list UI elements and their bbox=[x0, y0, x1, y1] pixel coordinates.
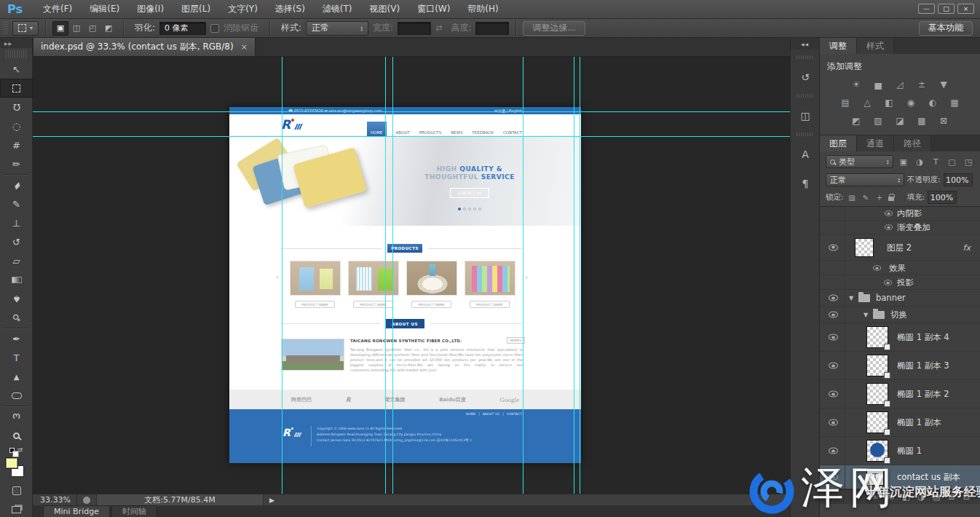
posterize-icon[interactable]: ▨ bbox=[869, 114, 888, 127]
swap-dimensions-icon[interactable]: ⇄ bbox=[435, 23, 442, 33]
layer-filter-type-select[interactable]: 类型 ▴▾ bbox=[826, 155, 893, 168]
dodge-tool[interactable]: ♀ bbox=[0, 308, 33, 327]
menu-type[interactable]: 文字(Y) bbox=[219, 0, 266, 18]
gradient-map-icon[interactable]: ▩ bbox=[912, 114, 931, 127]
toolbar-collapse-icon[interactable]: ▶▶ bbox=[0, 38, 32, 48]
tab-adjustments[interactable]: 调整 bbox=[820, 38, 857, 54]
brush-tool[interactable]: ✎ bbox=[0, 194, 33, 213]
document-tab[interactable]: index.psd @ 33.3% (contact us 副本, RGB/8)… bbox=[33, 38, 256, 56]
guide-vertical[interactable] bbox=[523, 57, 523, 494]
style-select[interactable]: 正常 ▴▾ bbox=[306, 21, 368, 36]
layer-group-row-switch[interactable]: ▼ 切换 bbox=[820, 307, 980, 323]
menu-filter[interactable]: 滤镜(T) bbox=[314, 0, 361, 18]
visibility-eye-icon[interactable] bbox=[885, 224, 893, 230]
layer-row-ellipse-copy3[interactable]: 椭圆 1 副本 3 bbox=[820, 352, 980, 380]
blur-tool[interactable]: ♠ bbox=[0, 289, 33, 308]
layer-effects-header-row[interactable]: 效果 bbox=[820, 261, 980, 275]
shape-tool[interactable] bbox=[0, 386, 33, 405]
canvas-workspace[interactable]: ☎ 0512-82707626 ✉ sara.wu@rongwengroup.c… bbox=[33, 57, 790, 494]
subtract-from-selection-button[interactable]: ◰ bbox=[84, 21, 100, 36]
brightness-contrast-icon[interactable]: ☀ bbox=[847, 77, 866, 91]
fx-badge[interactable]: fx bbox=[963, 242, 971, 252]
lasso-tool[interactable]: Ω bbox=[0, 98, 33, 117]
workspace-button[interactable]: 基本功能 bbox=[919, 21, 973, 36]
menu-view[interactable]: 视图(V) bbox=[361, 0, 409, 18]
layer-effect-row-gradient-overlay[interactable]: 渐变叠加 bbox=[820, 221, 980, 234]
tab-mini-bridge[interactable]: Mini Bridge bbox=[43, 505, 110, 517]
menu-file[interactable]: 文件(F) bbox=[34, 0, 81, 18]
eraser-tool[interactable]: ▱ bbox=[0, 251, 33, 270]
fill-value[interactable]: 100% bbox=[928, 191, 957, 204]
menu-select[interactable]: 选择(S) bbox=[266, 0, 314, 18]
screen-mode-button[interactable] bbox=[0, 500, 33, 517]
guide-vertical[interactable] bbox=[574, 57, 574, 494]
layer-effect-row-inner-shadow[interactable]: 内阴影 bbox=[820, 207, 980, 221]
zoom-tool[interactable] bbox=[0, 426, 33, 445]
layer-thumbnail[interactable] bbox=[866, 383, 888, 405]
filter-type-layers-icon[interactable]: T bbox=[930, 157, 941, 167]
paragraph-panel-icon[interactable]: ¶ bbox=[791, 173, 820, 194]
group-expand-caret[interactable]: ▼ bbox=[849, 295, 853, 301]
selective-color-icon[interactable]: ⊠ bbox=[934, 114, 953, 127]
refine-edge-button[interactable]: 调整边缘... bbox=[523, 21, 585, 36]
color-balance-icon[interactable]: △ bbox=[858, 95, 877, 109]
close-button[interactable]: × bbox=[957, 4, 974, 14]
panel-collapse-icon[interactable]: ◀◀ bbox=[791, 38, 819, 50]
pen-tool[interactable]: ✒ bbox=[0, 329, 33, 348]
status-menu-arrow-icon[interactable]: ▶ bbox=[269, 497, 274, 504]
character-panel-icon[interactable]: A bbox=[791, 143, 820, 165]
visibility-eye-icon[interactable] bbox=[829, 391, 838, 398]
layer-row-ellipse-copy[interactable]: 椭圆 1 副本 bbox=[820, 409, 980, 437]
color-lookup-icon[interactable]: ▦ bbox=[945, 95, 964, 109]
layer-thumbnail[interactable] bbox=[866, 411, 888, 433]
photo-filter-icon[interactable]: ◉ bbox=[901, 95, 920, 109]
filter-smart-objects-icon[interactable]: ◳ bbox=[963, 157, 974, 167]
rectangular-marquee-tool[interactable] bbox=[0, 79, 33, 98]
lock-all-icon[interactable] bbox=[888, 197, 894, 201]
guide-horizontal[interactable] bbox=[33, 136, 790, 137]
visibility-eye-icon[interactable] bbox=[829, 295, 838, 301]
curves-icon[interactable]: ◿ bbox=[890, 77, 909, 91]
tab-layers[interactable]: 图层 bbox=[820, 135, 857, 151]
layer-row-ellipse-copy2[interactable]: 椭圆 1 副本 2 bbox=[820, 380, 980, 409]
tab-timeline[interactable]: 时间轴 bbox=[111, 505, 157, 517]
layer-effect-row-drop-shadow[interactable]: 投影 bbox=[820, 275, 980, 290]
visibility-eye-icon[interactable] bbox=[829, 448, 838, 454]
antialias-checkbox[interactable] bbox=[210, 24, 219, 33]
menu-layer[interactable]: 图层(L) bbox=[173, 0, 219, 18]
properties-panel-icon[interactable]: ◫ bbox=[791, 105, 820, 127]
levels-icon[interactable]: ▅ bbox=[869, 77, 888, 91]
guide-vertical[interactable] bbox=[580, 57, 580, 494]
exposure-icon[interactable]: ± bbox=[912, 77, 931, 91]
gradient-tool[interactable] bbox=[0, 270, 33, 289]
move-tool[interactable]: ↖ bbox=[0, 60, 33, 79]
tool-preset-picker[interactable]: ▾ bbox=[12, 21, 39, 36]
lock-position-icon[interactable]: + bbox=[874, 194, 885, 202]
visibility-eye-icon[interactable] bbox=[885, 210, 893, 216]
guide-vertical[interactable] bbox=[392, 57, 393, 494]
guide-horizontal[interactable] bbox=[33, 111, 790, 112]
visibility-eye-icon[interactable] bbox=[884, 280, 892, 285]
layer-thumbnail[interactable] bbox=[855, 238, 874, 257]
tab-channels[interactable]: 通道 bbox=[857, 135, 894, 151]
add-to-selection-button[interactable]: ◫ bbox=[68, 21, 84, 36]
threshold-icon[interactable]: ◪ bbox=[890, 114, 909, 127]
clone-stamp-tool[interactable]: ⊥ bbox=[0, 213, 33, 232]
vibrance-icon[interactable]: ▼ bbox=[934, 77, 953, 91]
zoom-level-field[interactable]: 33.33% bbox=[33, 494, 77, 505]
visibility-eye-icon[interactable] bbox=[829, 244, 838, 250]
history-brush-tool[interactable]: ↺ bbox=[0, 232, 33, 251]
filter-adjustment-layers-icon[interactable]: ◑ bbox=[914, 157, 925, 167]
foreground-color-swatch[interactable] bbox=[5, 457, 18, 469]
group-expand-caret[interactable]: ▼ bbox=[864, 312, 868, 318]
height-input[interactable] bbox=[475, 22, 509, 35]
filter-shape-layers-icon[interactable]: ▢ bbox=[946, 157, 957, 167]
visibility-eye-icon[interactable] bbox=[829, 363, 838, 369]
layer-row-layer2[interactable]: 图层 2 fx bbox=[820, 234, 980, 261]
intersect-selection-button[interactable]: ◩ bbox=[100, 21, 116, 36]
quick-mask-button[interactable]: ◌ bbox=[0, 481, 33, 500]
visibility-eye-icon[interactable] bbox=[829, 419, 838, 426]
layer-row-ellipse-copy4[interactable]: 椭圆 1 副本 4 bbox=[820, 323, 980, 352]
quick-selection-tool[interactable]: ◌ bbox=[0, 117, 33, 135]
lock-image-pixels-icon[interactable]: ✎ bbox=[861, 194, 872, 202]
